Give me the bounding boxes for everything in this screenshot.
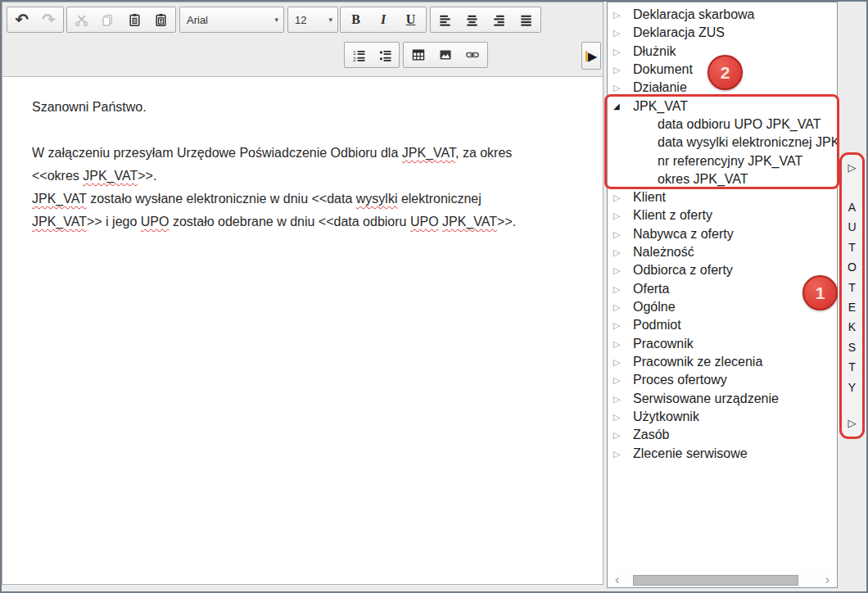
align-left-button[interactable] (433, 8, 458, 31)
redo-button[interactable]: ↷ (36, 8, 61, 31)
expand-node-icon[interactable]: ▷ (613, 280, 623, 298)
insert-table-button[interactable] (406, 43, 431, 66)
tree-subitem[interactable]: data wysylki elektronicznej JPK_VAT (608, 134, 837, 152)
svg-text:1: 1 (353, 50, 356, 56)
tree-item[interactable]: ▷Proces ofertowy (608, 371, 837, 389)
expand-node-icon[interactable]: ▷ (613, 445, 623, 463)
scroll-left-icon[interactable]: ‹ (615, 573, 619, 586)
text-segment: >>. (497, 215, 516, 229)
expand-node-icon[interactable]: ▷ (613, 79, 623, 97)
tree-item[interactable]: ▷Należność (608, 243, 837, 261)
toolbar-collapse-icon: ▶ (588, 50, 598, 62)
tree-subitem[interactable]: okres JPK_VAT (608, 170, 837, 188)
expand-node-icon[interactable]: ▷ (613, 188, 623, 206)
tree-item[interactable]: ▷Pracownik (608, 335, 837, 353)
text-segment: zostało odebrane w dniu <<data odbioru (169, 215, 409, 229)
scroll-right-icon[interactable]: › (825, 573, 830, 586)
expand-panel-arrow-icon[interactable]: ▷ (848, 417, 857, 430)
editor-line: W załączeniu przesyłam Urzędowe Poświadc… (32, 142, 573, 165)
expand-node-icon[interactable]: ▷ (613, 298, 623, 316)
expand-node-icon[interactable]: ▷ (613, 24, 623, 42)
autoteksty-letter: A (848, 197, 857, 217)
insert-image-button[interactable] (433, 43, 458, 66)
paste-plain-text-button[interactable] (149, 8, 174, 31)
italic-button[interactable]: I (371, 8, 396, 31)
tree-item[interactable]: ▷Serwisowane urządzenie (608, 390, 837, 408)
template-editor-window: ↶ ↷ (0, 0, 868, 593)
font-size-dropdown[interactable]: 12 ▾ (287, 7, 338, 33)
paste-button[interactable] (122, 8, 147, 31)
expand-node-icon[interactable]: ▷ (613, 243, 623, 261)
editor-line: JPK_VAT>> i jego UPO zostało odebrane w … (32, 210, 573, 233)
expand-node-icon[interactable]: ▷ (613, 371, 623, 389)
cut-button[interactable] (69, 8, 93, 31)
autoteksty-letter: E (848, 297, 857, 317)
tree-subitem[interactable]: nr referencyjny JPK_VAT (608, 152, 837, 170)
tree-item[interactable]: ▷Zasób (608, 426, 837, 444)
underline-icon: U (406, 12, 416, 27)
tree-item[interactable]: ▷Użytkownik (608, 408, 837, 426)
bulleted-list-button[interactable] (373, 43, 397, 66)
font-family-dropdown[interactable]: Arial ▾ (179, 7, 284, 33)
expand-node-icon[interactable]: ▷ (613, 61, 623, 79)
bold-button[interactable]: B (344, 8, 368, 31)
align-center-button[interactable] (460, 8, 485, 31)
expand-node-icon[interactable]: ▷ (613, 426, 623, 444)
underline-button[interactable]: U (399, 8, 423, 31)
insert-link-button[interactable] (460, 43, 485, 66)
chevron-down-icon: ▾ (274, 16, 283, 24)
autoteksty-letter: T (848, 357, 857, 377)
align-justify-button[interactable] (513, 8, 538, 31)
numbered-list-button[interactable]: 12 (346, 43, 371, 66)
rich-text-editor-pane: ↶ ↷ (2, 2, 604, 585)
align-right-button[interactable] (486, 8, 511, 31)
tree-item[interactable]: ▷Deklaracja ZUS (608, 24, 837, 42)
autoteksty-letter: O (848, 257, 857, 277)
svg-text:2: 2 (353, 56, 356, 61)
expand-node-icon[interactable]: ▷ (613, 206, 623, 224)
tree-item[interactable]: ▷Ogólne (608, 298, 837, 316)
tree-item[interactable]: ▷Deklaracja skarbowa (608, 6, 837, 24)
tree-item[interactable]: ▷Nabywca z oferty (608, 225, 837, 243)
tree-item[interactable]: ▷Klient (608, 188, 837, 206)
expand-node-icon[interactable]: ▷ (613, 6, 623, 24)
tree-item-label: Działanie (633, 79, 687, 97)
copy-button[interactable] (96, 8, 120, 31)
editor-text-area[interactable]: Szanowni Państwo. W załączeniu przesyłam… (2, 76, 603, 584)
tree-item-label: Klient (633, 188, 666, 206)
tree-item[interactable]: ▷Odbiorca z oferty (608, 261, 837, 279)
expand-panel-arrow-icon[interactable]: ▷ (848, 161, 857, 174)
expand-node-icon[interactable]: ▷ (613, 335, 623, 353)
autoteksty-panel-toggle[interactable]: ▷ AUTOTEKSTY ▷ (839, 152, 865, 439)
undo-button[interactable]: ↶ (10, 8, 34, 31)
toolbar-group-lists: 12 (344, 42, 400, 68)
expand-node-icon[interactable]: ▷ (613, 408, 623, 426)
tree-item[interactable]: ▷Zlecenie serwisowe (608, 445, 837, 463)
tree-item[interactable]: ▷Klient z oferty (608, 206, 837, 224)
align-justify-icon (519, 13, 533, 27)
expand-node-icon[interactable]: ▷ (613, 43, 623, 61)
toolbar-group-align (430, 7, 541, 33)
expand-node-icon[interactable]: ▷ (613, 225, 623, 243)
tree-item[interactable]: ▷Pracownik ze zlecenia (608, 353, 837, 371)
tree-item[interactable]: ▷Podmiot (608, 316, 837, 334)
text-segment: <<okres (32, 169, 83, 183)
tree-subitem[interactable]: data odbioru UPO JPK_VAT (608, 115, 837, 134)
text-segment: Szanowni Państwo. (32, 100, 147, 114)
tree-item-label: Klient z oferty (633, 206, 712, 224)
expand-node-icon[interactable]: ▷ (613, 261, 623, 279)
text-segment: zostało wysłane elektronicznie w dniu <<… (87, 192, 356, 206)
expand-node-icon[interactable]: ▷ (613, 390, 623, 408)
misspelled-word: UPO (141, 215, 170, 229)
text-segment: , za okres (455, 146, 512, 160)
tree-item-label: Użytkownik (633, 408, 699, 426)
expand-node-icon[interactable]: ▷ (613, 316, 623, 334)
horizontal-scrollbar[interactable]: ‹ › (608, 573, 836, 586)
misspelled-word: JPK_VAT (32, 192, 87, 206)
scrollbar-thumb[interactable] (633, 575, 798, 586)
editor-line: Szanowni Państwo. (32, 96, 573, 119)
collapse-node-icon[interactable]: ◢ (613, 97, 623, 115)
tree-item[interactable]: ◢JPK_VAT (608, 97, 837, 115)
toolbar-collapse-button[interactable]: ▶ (581, 42, 601, 70)
expand-node-icon[interactable]: ▷ (613, 353, 623, 371)
